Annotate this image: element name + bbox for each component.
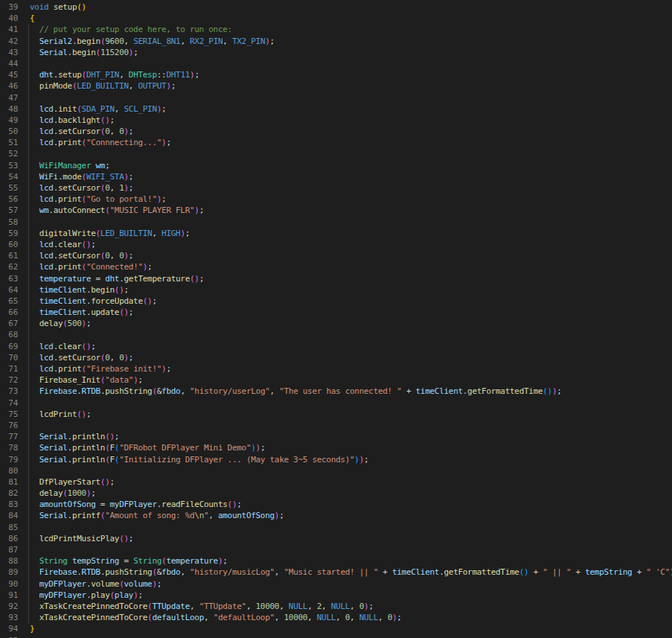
code-line-content[interactable]: WiFi.mode(WIFI_STA); bbox=[30, 171, 133, 182]
line-number[interactable]: 39 bbox=[0, 1, 18, 13]
line-number[interactable]: 80 bbox=[0, 465, 18, 476]
code-line[interactable]: 42 Serial2.begin(9600, SERIAL_8N1, RX2_P… bbox=[0, 36, 672, 47]
line-number[interactable]: 94 bbox=[0, 623, 18, 634]
line-number[interactable]: 52 bbox=[0, 148, 18, 159]
code-line-content[interactable]: xTaskCreatePinnedToCore(TTUpdate, "TTUpd… bbox=[30, 601, 374, 612]
code-line[interactable]: 39void setup() bbox=[0, 1, 672, 13]
code-line-content[interactable]: Firebase.RTDB.pushString(&fbdo, "history… bbox=[30, 567, 672, 578]
code-line[interactable]: 85 bbox=[0, 522, 672, 533]
line-number[interactable]: 77 bbox=[0, 431, 18, 442]
code-line[interactable]: 67 delay(500); bbox=[0, 318, 672, 329]
code-line[interactable]: 54 WiFi.mode(WIFI_STA); bbox=[0, 171, 672, 182]
line-number[interactable]: 73 bbox=[0, 386, 18, 397]
line-number[interactable]: 48 bbox=[0, 103, 18, 115]
code-line-content[interactable]: // put your setup code here, to run once… bbox=[30, 24, 232, 35]
code-line-content[interactable]: amountOfSong = myDFPlayer.readFileCounts… bbox=[30, 499, 242, 510]
code-line-content[interactable]: Serial.println(F("Initializing DFPlayer … bbox=[30, 454, 368, 465]
code-line[interactable]: 91 myDFPlayer.play(play); bbox=[0, 590, 672, 601]
line-number[interactable]: 71 bbox=[0, 363, 18, 374]
line-number[interactable]: 66 bbox=[0, 307, 18, 318]
code-line[interactable]: 92 xTaskCreatePinnedToCore(TTUpdate, "TT… bbox=[0, 601, 672, 612]
line-number[interactable]: 67 bbox=[0, 318, 18, 329]
code-line[interactable]: 44 bbox=[0, 58, 672, 69]
code-line-content[interactable]: lcd.clear(); bbox=[30, 239, 96, 250]
code-line[interactable]: 77 Serial.println(); bbox=[0, 431, 672, 442]
line-number[interactable]: 75 bbox=[0, 409, 18, 420]
code-line-content[interactable]: lcd.clear(); bbox=[30, 341, 96, 352]
code-line-content[interactable]: pinMode(LED_BUILTIN, OUTPUT); bbox=[30, 80, 176, 92]
code-line-content[interactable]: Serial.println(F("DFRobot DFPlayer Mini … bbox=[30, 442, 265, 453]
code-line[interactable]: 69 lcd.clear(); bbox=[0, 341, 672, 352]
code-line-content[interactable]: digitalWrite(LED_BUILTIN, HIGH); bbox=[30, 228, 190, 239]
code-line[interactable]: 60 lcd.clear(); bbox=[0, 239, 672, 250]
code-line[interactable]: 66 timeClient.update(); bbox=[0, 307, 672, 318]
line-number[interactable]: 49 bbox=[0, 115, 18, 126]
line-number[interactable]: 61 bbox=[0, 250, 18, 261]
code-line[interactable]: 78 Serial.println(F("DFRobot DFPlayer Mi… bbox=[0, 442, 672, 453]
code-line-content[interactable]: Serial2.begin(9600, SERIAL_8N1, RX2_PIN,… bbox=[30, 36, 275, 47]
code-line-content[interactable]: lcd.init(SDA_PIN, SCL_PIN); bbox=[30, 103, 166, 115]
code-line-content[interactable]: lcd.setCursor(0, 1); bbox=[30, 182, 133, 194]
code-line[interactable]: 55 lcd.setCursor(0, 1); bbox=[0, 182, 672, 194]
line-number[interactable]: 59 bbox=[0, 228, 18, 239]
line-number[interactable]: 50 bbox=[0, 126, 18, 137]
line-number[interactable]: 43 bbox=[0, 47, 18, 58]
code-line-content[interactable]: Serial.begin(115200); bbox=[30, 47, 138, 58]
code-line-content[interactable]: delay(1000); bbox=[30, 488, 96, 499]
code-line[interactable]: 75 lcdPrint(); bbox=[0, 409, 672, 420]
code-line-content[interactable]: lcd.print("Connected!"); bbox=[30, 261, 152, 272]
code-line[interactable]: 95 bbox=[0, 635, 672, 638]
code-line-content[interactable]: myDFPlayer.play(play); bbox=[30, 590, 143, 601]
code-line[interactable]: 45 dht.setup(DHT_PIN, DHTesp::DHT11); bbox=[0, 69, 672, 80]
line-number[interactable]: 57 bbox=[0, 205, 18, 216]
code-line[interactable]: 90 myDFPlayer.volume(volume); bbox=[0, 578, 672, 590]
line-number[interactable]: 70 bbox=[0, 352, 18, 363]
code-line[interactable]: 48 lcd.init(SDA_PIN, SCL_PIN); bbox=[0, 103, 672, 115]
code-line-content[interactable]: lcd.setCursor(0, 0); bbox=[30, 250, 133, 261]
line-number[interactable]: 90 bbox=[0, 578, 18, 590]
line-number[interactable]: 47 bbox=[0, 92, 18, 103]
line-number[interactable]: 63 bbox=[0, 273, 18, 284]
line-number[interactable]: 91 bbox=[0, 590, 18, 601]
code-editor[interactable]: 39void setup()40{41 // put your setup co… bbox=[0, 0, 672, 638]
code-line[interactable]: 53 WiFiManager wm; bbox=[0, 160, 672, 171]
line-number[interactable]: 84 bbox=[0, 510, 18, 521]
code-line-content[interactable]: lcdPrint(); bbox=[30, 409, 91, 420]
code-line[interactable]: 61 lcd.setCursor(0, 0); bbox=[0, 250, 672, 261]
code-line-content[interactable]: lcdPrintMusicPlay(); bbox=[30, 533, 133, 544]
line-number[interactable]: 64 bbox=[0, 284, 18, 296]
code-line-content[interactable]: lcd.backlight(); bbox=[30, 115, 115, 126]
line-number[interactable]: 45 bbox=[0, 69, 18, 80]
code-line[interactable]: 93 xTaskCreatePinnedToCore(defaultLoop, … bbox=[0, 612, 672, 623]
line-number[interactable]: 79 bbox=[0, 454, 18, 465]
code-line[interactable]: 65 timeClient.forceUpdate(); bbox=[0, 296, 672, 307]
code-line[interactable]: 71 lcd.print("Firebase init!"); bbox=[0, 363, 672, 374]
code-line-content[interactable]: DfPlayerStart(); bbox=[30, 476, 115, 488]
code-line[interactable]: 70 lcd.setCursor(0, 0); bbox=[0, 352, 672, 363]
code-line[interactable]: 59 digitalWrite(LED_BUILTIN, HIGH); bbox=[0, 228, 672, 239]
code-line[interactable]: 89 Firebase.RTDB.pushString(&fbdo, "hist… bbox=[0, 567, 672, 578]
code-line[interactable]: 73 Firebase.RTDB.pushString(&fbdo, "hist… bbox=[0, 386, 672, 397]
code-line[interactable]: 58 bbox=[0, 217, 672, 228]
line-number[interactable]: 74 bbox=[0, 398, 18, 409]
line-number[interactable]: 65 bbox=[0, 296, 18, 307]
code-line-content[interactable]: xTaskCreatePinnedToCore(defaultLoop, "de… bbox=[30, 612, 402, 623]
code-line-content[interactable]: lcd.print("Go to portal!"); bbox=[30, 194, 166, 205]
code-line-content[interactable]: delay(500); bbox=[30, 318, 91, 329]
code-line[interactable]: 47 bbox=[0, 92, 672, 103]
line-number[interactable]: 55 bbox=[0, 182, 18, 194]
code-line[interactable]: 52 bbox=[0, 148, 672, 159]
line-number[interactable]: 41 bbox=[0, 24, 18, 35]
code-line[interactable]: 56 lcd.print("Go to portal!"); bbox=[0, 194, 672, 205]
line-number[interactable]: 53 bbox=[0, 160, 18, 171]
line-number[interactable]: 68 bbox=[0, 329, 18, 340]
code-line-content[interactable]: lcd.setCursor(0, 0); bbox=[30, 352, 133, 363]
line-number[interactable]: 54 bbox=[0, 171, 18, 182]
line-number[interactable]: 87 bbox=[0, 544, 18, 555]
line-number[interactable]: 78 bbox=[0, 442, 18, 453]
code-line[interactable]: 88 String tempString = String(temperatur… bbox=[0, 555, 672, 567]
code-line-content[interactable]: timeClient.forceUpdate(); bbox=[30, 296, 157, 307]
code-line[interactable]: 74 bbox=[0, 398, 672, 409]
line-number[interactable]: 93 bbox=[0, 612, 18, 623]
code-line[interactable]: 81 DfPlayerStart(); bbox=[0, 476, 672, 488]
